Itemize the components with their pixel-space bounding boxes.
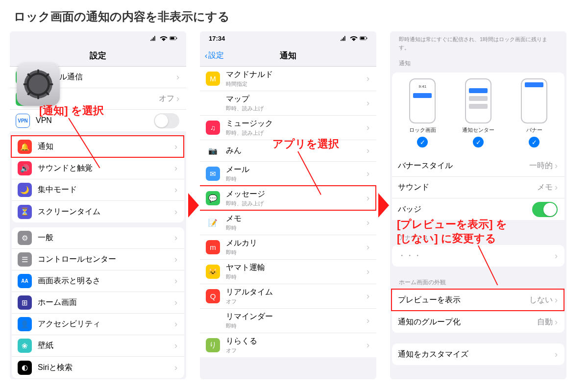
chevron-icon: › — [367, 340, 369, 350]
row-label: サウンドと触覚 — [38, 163, 174, 173]
toggle-switch[interactable] — [154, 113, 179, 128]
phone-notification-settings: 即時通知は常にすぐに配信され、1時間はロック画面に残ります。 通知 ロック画面✓… — [390, 31, 566, 379]
settings-row[interactable]: サウンドメモ› — [392, 177, 564, 198]
settings-row[interactable]: mメルカリ即時› — [200, 235, 376, 260]
chevron-icon: › — [555, 295, 558, 305]
status-bar: 17:34 — [200, 31, 376, 45]
settings-row[interactable]: Mマクドナルド時間指定› — [200, 67, 376, 91]
settings-row[interactable]: 通知のグループ化自動› — [392, 311, 564, 333]
chevron-icon: › — [174, 254, 177, 265]
row-label: みん — [226, 146, 367, 156]
settings-row[interactable]: バナースタイル一時的› — [392, 155, 564, 177]
row-value: 自動 — [537, 317, 553, 327]
chevron-icon: › — [174, 297, 177, 308]
svg-rect-15 — [367, 38, 367, 39]
settings-row[interactable]: 👤アクセシビリティ› — [12, 314, 184, 335]
settings-row[interactable]: 🐱ヤマト運輸即時› — [200, 260, 376, 284]
settings-row[interactable]: ⊞ホーム画面› — [12, 292, 184, 314]
chevron-icon: › — [367, 267, 369, 277]
settings-row[interactable]: 🔔通知› — [12, 136, 184, 158]
settings-row[interactable]: 📷みん› — [200, 140, 376, 162]
row-label: 一般 — [38, 233, 174, 243]
svg-rect-12 — [176, 38, 177, 39]
settings-row[interactable]: Qリアルタイムオフ› — [200, 284, 376, 309]
row-sublabel: 即時 — [226, 224, 367, 232]
row-label: メッセージ — [226, 189, 367, 199]
notif-type-option[interactable]: ロック画面✓ — [409, 78, 436, 147]
settings-row[interactable]: ♫ミュージック即時、読み上げ› — [200, 116, 376, 140]
chevron-icon: › — [367, 74, 369, 84]
settings-row[interactable]: ⚙一般› — [12, 227, 184, 249]
notification-types: ロック画面✓通知センター✓バナー✓ — [392, 73, 564, 155]
row-sublabel: 即時、読み上げ — [226, 105, 367, 112]
settings-row[interactable]: りりらくるオフ› — [200, 333, 376, 357]
row-label: リアルタイム — [226, 287, 367, 297]
app-icon: 🐱 — [206, 265, 220, 279]
settings-row[interactable]: ❀壁紙› — [12, 335, 184, 357]
row-sublabel: オフ — [226, 298, 367, 305]
chevron-icon: › — [367, 122, 369, 133]
settings-row[interactable]: プレビューを表示しない› — [392, 290, 564, 311]
row-label: 画面表示と明るさ — [38, 276, 174, 286]
row-label: プレビューを表示 — [398, 295, 529, 305]
row-label: メール — [226, 165, 367, 175]
chevron-icon: › — [367, 316, 369, 326]
app-icon: り — [206, 338, 220, 352]
settings-row[interactable]: 🌙集中モード› — [12, 179, 184, 201]
app-icon: 👤 — [18, 317, 32, 331]
row-sublabel: 即時 — [226, 322, 367, 330]
app-icon: m — [206, 240, 220, 254]
row-label: バッジ — [398, 204, 532, 215]
settings-row[interactable]: 💬メッセージ即時、読み上げ› — [200, 186, 376, 211]
settings-row[interactable]: ◐Siriと検索› — [12, 357, 184, 378]
chevron-icon: › — [174, 276, 177, 286]
check-icon: ✓ — [473, 137, 484, 147]
app-icon: ⚙ — [18, 231, 32, 245]
row-label: サウンド — [398, 182, 537, 193]
settings-row[interactable]: ⏳スクリーンタイム› — [12, 201, 184, 222]
back-button[interactable]: ‹ 設定 — [205, 50, 224, 61]
row-sublabel: 即時 — [226, 175, 367, 183]
notif-type-option[interactable]: バナー✓ — [521, 78, 547, 147]
app-icon: 🔔 — [18, 140, 32, 154]
app-icon: ✉ — [206, 167, 220, 181]
settings-row[interactable]: 📝メモ即時› — [200, 211, 376, 235]
chevron-icon: › — [367, 218, 369, 228]
row-sublabel: オフ — [226, 347, 367, 354]
phone-settings: 設定 📶モバイル通信›🔗オフ›VPNVPN 🔔通知›🔊サウンドと触覚›🌙集中モー… — [10, 31, 186, 379]
chevron-icon: › — [174, 233, 177, 243]
row-label: 壁紙 — [38, 341, 174, 351]
settings-row[interactable]: AA画面表示と明るさ› — [12, 270, 184, 292]
app-icon: Q — [206, 289, 220, 303]
settings-row[interactable]: 🔊サウンドと触覚› — [12, 158, 184, 179]
row-label: 通知 — [38, 142, 174, 152]
chevron-icon: › — [367, 169, 369, 179]
nav-title: 設定 — [90, 50, 106, 61]
chevron-icon: › — [176, 94, 179, 104]
settings-row[interactable]: ✉メール即時› — [200, 162, 376, 186]
notif-type-option[interactable]: 通知センター✓ — [462, 78, 494, 147]
row-label: VPN — [36, 116, 154, 125]
app-icon: ⊞ — [18, 295, 32, 310]
settings-row[interactable]: ⋮リマインダー即時› — [200, 309, 376, 333]
row-label: りらくる — [226, 336, 367, 346]
row-value: オフ — [159, 94, 174, 104]
row-label: メルカリ — [226, 238, 367, 248]
chevron-icon: › — [174, 207, 177, 217]
row-label: ホーム画面 — [38, 297, 174, 308]
settings-row[interactable]: 🗺マップ即時、読み上げ› — [200, 91, 376, 116]
settings-row[interactable]: ☰コントロールセンター› — [12, 249, 184, 270]
row-announce[interactable]: ・・・› — [392, 245, 564, 267]
settings-row[interactable]: VPNVPN — [10, 110, 186, 131]
settings-app-icon — [17, 63, 60, 106]
toggle-switch[interactable] — [532, 202, 558, 217]
row-label: マップ — [226, 94, 367, 104]
status-icons — [340, 35, 368, 41]
app-icon: M — [206, 72, 220, 86]
chevron-icon: › — [174, 185, 177, 195]
settings-row[interactable]: バッジ — [392, 198, 564, 220]
settings-row[interactable]: 通知をカスタマイズ› — [392, 343, 564, 365]
app-icon: ◐ — [18, 361, 32, 375]
page-title: ロック画面の通知の内容を非表示にする — [0, 0, 588, 31]
app-icon: 🗺 — [206, 96, 220, 110]
